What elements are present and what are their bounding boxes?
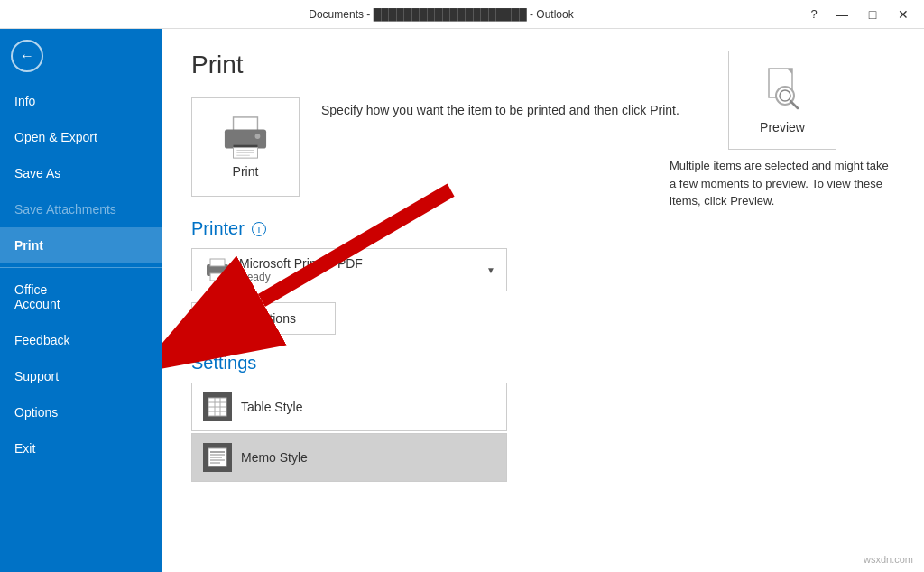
- printer-section-title: Printer: [191, 218, 245, 239]
- preview-label: Preview: [760, 120, 805, 134]
- sidebar-item-support[interactable]: Support: [0, 358, 162, 394]
- print-options-button[interactable]: Print Options: [191, 302, 336, 335]
- window-title: Documents - ████████████████████ - Outlo…: [79, 8, 803, 21]
- sidebar-item-print[interactable]: Print: [0, 227, 162, 263]
- title-bar: Documents - ████████████████████ - Outlo…: [0, 0, 924, 29]
- preview-description: Multiple items are selected and might ta…: [670, 157, 895, 210]
- sidebar-item-save-attachments[interactable]: Save Attachments: [0, 191, 162, 227]
- svg-rect-0: [234, 117, 258, 131]
- sidebar-item-exit[interactable]: Exit: [0, 430, 162, 466]
- printer-small-icon: ✓: [203, 257, 232, 282]
- svg-rect-12: [205, 312, 214, 317]
- settings-section: Settings Table Style: [191, 353, 895, 482]
- settings-section-title: Settings: [191, 353, 256, 374]
- print-description: Specify how you want the item to be prin…: [321, 97, 679, 120]
- window-controls: ? — □ ✕: [803, 2, 917, 27]
- maximize-button[interactable]: □: [859, 2, 886, 27]
- main-layout: ← Info Open & Export Save As Save Attach…: [0, 29, 924, 572]
- memo-style-icon: [203, 443, 232, 472]
- printer-ready-badge: ✓: [221, 272, 234, 284]
- sidebar-item-office-account[interactable]: OfficeAccount: [0, 272, 162, 322]
- printer-status: Ready: [239, 271, 479, 283]
- settings-item-table-style[interactable]: Table Style: [191, 383, 507, 431]
- print-icon-label: Print: [233, 164, 259, 179]
- svg-line-32: [790, 101, 798, 108]
- dropdown-arrow-icon: ▼: [486, 265, 495, 275]
- print-button[interactable]: Print: [191, 97, 300, 197]
- table-style-icon: [203, 392, 232, 421]
- sidebar-item-options[interactable]: Options: [0, 394, 162, 430]
- help-button[interactable]: ?: [803, 7, 825, 21]
- close-button[interactable]: ✕: [890, 2, 917, 27]
- sidebar-item-save-as[interactable]: Save As: [0, 155, 162, 191]
- minimize-button[interactable]: —: [828, 2, 855, 27]
- printer-section-header: Printer i: [191, 218, 895, 239]
- preview-document-icon: [760, 67, 805, 116]
- svg-rect-13: [205, 320, 214, 325]
- sidebar-item-info[interactable]: Info: [0, 83, 162, 119]
- back-arrow-icon: ←: [11, 40, 43, 72]
- settings-item-memo-style[interactable]: Memo Style: [191, 433, 507, 482]
- sidebar-nav: Info Open & Export Save As Save Attachme…: [0, 83, 162, 572]
- preview-panel: Preview Multiple items are selected and …: [670, 51, 895, 210]
- sidebar-item-feedback[interactable]: Feedback: [0, 322, 162, 358]
- preview-button[interactable]: Preview: [728, 51, 836, 150]
- printer-icon: [218, 115, 273, 161]
- info-icon[interactable]: i: [252, 222, 266, 236]
- print-options-icon: [201, 311, 217, 326]
- content-area: Print: [162, 29, 924, 572]
- printer-name: Microsoft Print to PDF: [239, 256, 479, 271]
- watermark: wsxdn.com: [864, 554, 913, 565]
- sidebar-divider: [0, 267, 162, 268]
- table-style-label: Table Style: [241, 400, 302, 414]
- print-options-label: Print Options: [223, 311, 296, 326]
- svg-point-4: [255, 134, 261, 139]
- printer-info: Microsoft Print to PDF Ready: [239, 256, 479, 283]
- back-button[interactable]: ←: [0, 29, 54, 83]
- sidebar-item-open-export[interactable]: Open & Export: [0, 119, 162, 155]
- settings-section-header: Settings: [191, 353, 895, 374]
- svg-rect-9: [210, 259, 225, 266]
- printer-dropdown[interactable]: ✓ Microsoft Print to PDF Ready ▼: [191, 248, 507, 291]
- sidebar: ← Info Open & Export Save As Save Attach…: [0, 29, 162, 572]
- memo-style-label: Memo Style: [241, 450, 308, 465]
